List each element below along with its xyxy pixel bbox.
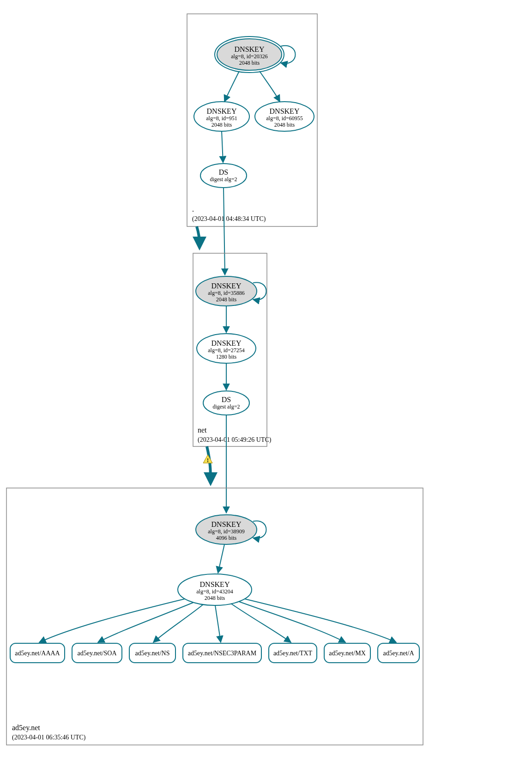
svg-text:DNSKEY: DNSKEY — [270, 107, 300, 115]
node-net-zsk: DNSKEY alg=8, id=27254 1280 bits — [197, 334, 256, 363]
rrsets: ad5ey.net/AAAA ad5ey.net/SOA ad5ey.net/N… — [10, 643, 419, 663]
svg-text:DNSKEY: DNSKEY — [212, 520, 242, 528]
zone-net: net (2023-04-01 05:49:26 UTC) DNSKEY alg… — [193, 253, 272, 446]
svg-text:1280 bits: 1280 bits — [216, 354, 237, 360]
zone-root-name: . — [192, 205, 194, 213]
node-dom-ksk: DNSKEY alg=8, id=38909 4096 bits — [196, 515, 257, 544]
svg-text:digest alg=2: digest alg=2 — [212, 403, 240, 410]
svg-text:alg=8, id=20326: alg=8, id=20326 — [231, 53, 268, 60]
svg-text:digest alg=2: digest alg=2 — [210, 176, 237, 183]
zone-root-timestamp: (2023-04-01 04:48:34 UTC) — [192, 215, 266, 223]
edge-root-ksk-to-zsk2 — [260, 71, 280, 102]
svg-text:2048 bits: 2048 bits — [212, 122, 232, 128]
zone-domain-name: ad5ey.net — [12, 724, 40, 732]
svg-text:alg=8, id=27254: alg=8, id=27254 — [208, 347, 245, 354]
svg-text:alg=8, id=38909: alg=8, id=38909 — [208, 528, 245, 535]
svg-text:ad5ey.net/A: ad5ey.net/A — [383, 650, 414, 657]
svg-text:ad5ey.net/SOA: ad5ey.net/SOA — [77, 650, 117, 657]
svg-text:DS: DS — [222, 396, 231, 403]
zone-net-name: net — [198, 426, 207, 434]
node-root-ds: DS digest alg=2 — [200, 164, 247, 188]
edge-zsk-to-mx — [239, 602, 345, 642]
edge-dom-ksk-to-zsk — [218, 544, 224, 573]
rrset-mx: ad5ey.net/MX — [324, 643, 370, 663]
rrset-aaaa: ad5ey.net/AAAA — [10, 643, 65, 663]
node-root-zsk1: DNSKEY alg=8, id=951 2048 bits — [194, 102, 249, 131]
dnssec-diagram: . (2023-04-01 04:48:34 UTC) DNSKEY alg=8… — [0, 0, 532, 781]
svg-text:alg=8, id=43204: alg=8, id=43204 — [196, 588, 233, 595]
edge-root-ds-to-net-ksk — [224, 188, 225, 275]
svg-text:!: ! — [207, 457, 209, 464]
svg-text:DNSKEY: DNSKEY — [212, 339, 242, 347]
svg-text:4096 bits: 4096 bits — [216, 535, 237, 541]
edge-root-to-net-deleg — [197, 226, 200, 248]
edge-root-zsk-to-ds — [222, 131, 223, 163]
warning-icon: ! — [203, 455, 212, 464]
node-root-zsk2: DNSKEY alg=8, id=60955 2048 bits — [255, 102, 314, 131]
node-root-ksk: DNSKEY alg=8, id=20326 2048 bits — [215, 37, 284, 73]
edge-zsk-to-n3p — [215, 605, 221, 642]
svg-text:DNSKEY: DNSKEY — [212, 282, 242, 290]
svg-text:alg=8, id=35886: alg=8, id=35886 — [208, 290, 245, 296]
rrset-ns: ad5ey.net/NS — [129, 643, 175, 663]
node-net-ds: DS digest alg=2 — [203, 391, 249, 415]
svg-text:DNSKEY: DNSKEY — [235, 45, 265, 53]
zone-net-timestamp: (2023-04-01 05:49:26 UTC) — [198, 436, 272, 444]
svg-text:DNSKEY: DNSKEY — [207, 107, 237, 115]
zone-domain-timestamp: (2023-04-01 06:35:46 UTC) — [12, 734, 86, 741]
svg-text:2048 bits: 2048 bits — [205, 595, 225, 601]
edge-zsk-to-ns — [153, 604, 203, 642]
rrset-a: ad5ey.net/A — [378, 643, 419, 663]
svg-text:ad5ey.net/NSEC3PARAM: ad5ey.net/NSEC3PARAM — [188, 650, 257, 657]
rrset-soa: ad5ey.net/SOA — [72, 643, 122, 663]
svg-text:ad5ey.net/TXT: ad5ey.net/TXT — [273, 650, 313, 657]
svg-text:2048 bits: 2048 bits — [216, 296, 237, 303]
edge-root-ksk-self — [281, 46, 296, 63]
edge-net-to-domain-deleg — [207, 446, 211, 483]
rrset-txt: ad5ey.net/TXT — [269, 643, 317, 663]
svg-text:alg=8, id=951: alg=8, id=951 — [206, 115, 237, 122]
zone-domain: ad5ey.net (2023-04-01 06:35:46 UTC) DNSK… — [6, 488, 423, 745]
edge-root-ksk-to-zsk1 — [224, 71, 239, 102]
svg-text:DS: DS — [219, 168, 228, 176]
edge-zsk-to-a — [245, 599, 396, 642]
zone-root: . (2023-04-01 04:48:34 UTC) DNSKEY alg=8… — [187, 14, 317, 226]
svg-text:2048 bits: 2048 bits — [239, 60, 260, 66]
svg-text:ad5ey.net/AAAA: ad5ey.net/AAAA — [15, 650, 60, 657]
rrset-nsec3param: ad5ey.net/NSEC3PARAM — [183, 643, 261, 663]
svg-text:2048 bits: 2048 bits — [274, 122, 295, 128]
svg-text:alg=8, id=60955: alg=8, id=60955 — [266, 115, 303, 122]
svg-text:ad5ey.net/NS: ad5ey.net/NS — [135, 650, 170, 657]
svg-text:DNSKEY: DNSKEY — [200, 580, 230, 588]
node-net-ksk: DNSKEY alg=8, id=35886 2048 bits — [196, 276, 257, 306]
svg-text:ad5ey.net/MX: ad5ey.net/MX — [329, 650, 366, 657]
node-dom-zsk: DNSKEY alg=8, id=43204 2048 bits — [178, 574, 252, 605]
